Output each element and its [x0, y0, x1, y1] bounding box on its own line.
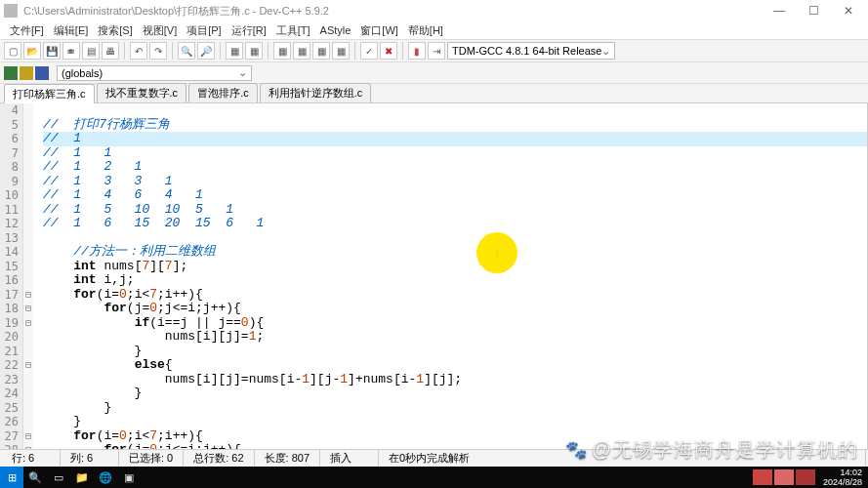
menu-item[interactable]: 帮助[H]: [404, 23, 447, 38]
menu-item[interactable]: 视图[V]: [139, 23, 181, 38]
menu-item[interactable]: 搜索[S]: [94, 23, 136, 38]
fold-column[interactable]: ⊟⊟⊟⊟⊟⊟: [23, 103, 33, 455]
code-line[interactable]: // 1 4 6 4 1: [43, 188, 867, 203]
replace-icon[interactable]: 🔎: [197, 42, 215, 60]
code-line[interactable]: int nums[7][7];: [43, 260, 867, 274]
compile-run-icon[interactable]: ▦: [273, 42, 291, 60]
code-line[interactable]: for(j=0;j<=i;j++){: [43, 302, 867, 316]
menu-item[interactable]: 窗口[W]: [356, 23, 402, 38]
code-editor[interactable]: 4567891011121314151617181920212223242526…: [0, 103, 868, 455]
toolbar-separator: [402, 42, 403, 60]
minimize-button[interactable]: —: [764, 4, 795, 18]
menu-item[interactable]: 工具[T]: [272, 23, 314, 38]
undo-icon[interactable]: ↶: [130, 42, 147, 60]
file-explorer-icon[interactable]: 📁: [70, 467, 94, 488]
code-line[interactable]: }: [43, 401, 867, 416]
code-line[interactable]: // 1 6 15 20 15 6 1: [43, 217, 867, 231]
function-icon[interactable]: [35, 66, 49, 80]
fold-toggle: [23, 386, 33, 401]
tray-icon[interactable]: [774, 469, 794, 485]
line-number: 25: [0, 401, 22, 416]
close-file-icon[interactable]: ▤: [82, 42, 100, 60]
system-clock[interactable]: 14:02 2024/8/28: [817, 468, 868, 487]
code-line[interactable]: [43, 231, 867, 246]
file-tab[interactable]: 利用指针逆序数组.c: [260, 83, 372, 102]
task-view-icon[interactable]: ▭: [47, 467, 70, 488]
save-all-icon[interactable]: ⩩: [62, 42, 80, 60]
profile-icon[interactable]: ▦: [332, 42, 350, 60]
class-browser-icon[interactable]: [4, 66, 18, 80]
fold-toggle: [23, 146, 33, 161]
cursor-highlight-marker: I: [476, 232, 517, 273]
code-line[interactable]: // 1: [43, 132, 867, 146]
compile-icon[interactable]: ▦: [226, 42, 243, 60]
close-button[interactable]: ✕: [833, 4, 864, 18]
debug-icon[interactable]: ▦: [312, 42, 330, 60]
debug-step-icon[interactable]: ✓: [360, 42, 378, 60]
print-icon[interactable]: 🖶: [102, 42, 119, 60]
menu-item[interactable]: 编辑[E]: [50, 23, 92, 38]
new-file-icon[interactable]: ▢: [4, 42, 21, 60]
code-line[interactable]: // 1 3 3 1: [43, 175, 867, 189]
code-area[interactable]: // 打印7行杨辉三角// 1// 1 1// 1 2 1// 1 3 3 1/…: [33, 103, 867, 455]
code-line[interactable]: }: [43, 345, 867, 359]
fold-toggle[interactable]: ⊟: [23, 429, 33, 444]
fold-toggle: [23, 245, 33, 260]
menu-item[interactable]: 项目[P]: [183, 23, 225, 38]
code-line[interactable]: [43, 103, 867, 118]
search-icon[interactable]: 🔍: [23, 467, 47, 488]
tray-icon[interactable]: [753, 469, 772, 485]
redo-icon[interactable]: ↷: [149, 42, 167, 60]
line-number: 23: [0, 373, 22, 387]
code-line[interactable]: }: [43, 415, 867, 429]
code-line[interactable]: nums[i][j]=nums[i-1][j-1]+nums[i-1][j];: [43, 373, 867, 387]
goto-icon[interactable]: ⇥: [428, 42, 445, 60]
menu-item[interactable]: AStyle: [316, 24, 355, 36]
fold-toggle[interactable]: ⊟: [23, 302, 33, 316]
file-tab[interactable]: 冒泡排序.c: [188, 83, 258, 102]
fold-toggle: [23, 260, 33, 274]
run-icon[interactable]: ▦: [245, 42, 263, 60]
fold-toggle: [23, 175, 33, 189]
code-line[interactable]: // 1 1: [43, 146, 867, 161]
code-line[interactable]: nums[i][j]=1;: [43, 330, 867, 345]
code-line[interactable]: //方法一：利用二维数组: [43, 245, 867, 260]
compiler-select[interactable]: TDM-GCC 4.8.1 64-bit Release ⌄: [447, 42, 615, 60]
code-line[interactable]: // 1 2 1: [43, 160, 867, 175]
code-line[interactable]: if(i==j || j==0){: [43, 316, 867, 331]
code-line[interactable]: // 1 5 10 10 5 1: [43, 203, 867, 218]
edge-icon[interactable]: 🌐: [94, 467, 117, 488]
rebuild-icon[interactable]: ▦: [293, 42, 310, 60]
start-button[interactable]: ⊞: [0, 467, 23, 488]
menu-item[interactable]: 运行[R]: [227, 23, 270, 38]
status-column: 列: 6: [61, 450, 119, 467]
devcpp-taskbar-icon[interactable]: ▣: [117, 467, 141, 488]
fold-toggle: [23, 217, 33, 231]
code-line[interactable]: // 打印7行杨辉三角: [43, 118, 867, 133]
scope-select[interactable]: (globals) ⌄: [57, 65, 252, 81]
fold-toggle: [23, 330, 33, 345]
code-line[interactable]: }: [43, 386, 867, 401]
code-line[interactable]: int i,j;: [43, 273, 867, 288]
chart-icon[interactable]: ▮: [408, 42, 426, 60]
code-line[interactable]: for(i=0;i<7;i++){: [43, 288, 867, 303]
fold-toggle[interactable]: ⊟: [23, 288, 33, 303]
bookmark-icon[interactable]: [20, 66, 33, 80]
window-titlebar: C:\Users\Administrator\Desktop\打印杨辉三角.c …: [0, 0, 868, 21]
menu-item[interactable]: 文件[F]: [6, 23, 48, 38]
open-file-icon[interactable]: 📂: [23, 42, 41, 60]
menu-bar: 文件[F]编辑[E]搜索[S]视图[V]项目[P]运行[R]工具[T]AStyl…: [0, 21, 868, 39]
fold-toggle[interactable]: ⊟: [23, 316, 33, 331]
debug-stop-icon[interactable]: ✖: [380, 42, 397, 60]
code-line[interactable]: else{: [43, 358, 867, 373]
status-insert-mode: 插入: [320, 450, 379, 467]
find-icon[interactable]: 🔍: [178, 42, 195, 60]
fold-toggle[interactable]: ⊟: [23, 358, 33, 373]
line-number: 6: [0, 132, 22, 146]
file-tab[interactable]: 找不重复数字.c: [97, 83, 187, 102]
maximize-button[interactable]: ☐: [799, 4, 830, 18]
save-icon[interactable]: 💾: [43, 42, 61, 60]
tray-icon[interactable]: [796, 469, 815, 485]
fold-toggle: [23, 132, 33, 146]
file-tab[interactable]: 打印杨辉三角.c: [4, 84, 95, 103]
